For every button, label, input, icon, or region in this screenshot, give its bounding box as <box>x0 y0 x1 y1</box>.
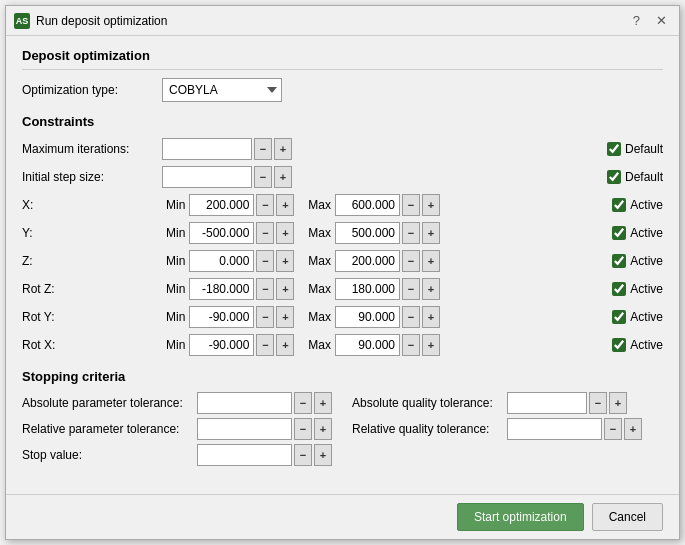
active-label-4: Active <box>630 310 663 324</box>
min-input-2[interactable] <box>189 250 254 272</box>
min-input-group-1: − + <box>189 222 294 244</box>
constraint-row-0: X: Min − + Max − + Active <box>22 193 663 217</box>
max-input-3[interactable] <box>335 278 400 300</box>
min-minus-3[interactable]: − <box>256 278 274 300</box>
min-label-1: Min <box>166 226 185 240</box>
max-plus-2[interactable]: + <box>422 250 440 272</box>
min-plus-2[interactable]: + <box>276 250 294 272</box>
initial-step-input[interactable]: 50 % <box>162 166 252 188</box>
active-label-3: Active <box>630 282 663 296</box>
max-iterations-label: Maximum iterations: <box>22 142 162 156</box>
initial-step-row: Initial step size: 50 % − + Default <box>22 165 663 189</box>
min-plus-5[interactable]: + <box>276 334 294 356</box>
initial-step-plus[interactable]: + <box>274 166 292 188</box>
max-iterations-minus[interactable]: − <box>254 138 272 160</box>
min-plus-3[interactable]: + <box>276 278 294 300</box>
active-checkbox-4[interactable] <box>612 310 626 324</box>
constraint-row-1: Y: Min − + Max − + Active <box>22 221 663 245</box>
abs-param-input[interactable]: 0.001000000 <box>197 392 292 414</box>
rel-quality-input[interactable]: 0.000000000 <box>507 418 602 440</box>
stop-value-input[interactable]: 10.00 <box>197 444 292 466</box>
min-plus-0[interactable]: + <box>276 194 294 216</box>
abs-quality-label: Absolute quality tolerance: <box>352 396 507 410</box>
initial-step-minus[interactable]: − <box>254 166 272 188</box>
optimization-type-row: Optimization type: COBYLA Nelder-Mead Po… <box>22 78 663 102</box>
max-input-0[interactable] <box>335 194 400 216</box>
abs-quality-plus[interactable]: + <box>609 392 627 414</box>
content-area: Deposit optimization Optimization type: … <box>6 36 679 494</box>
min-minus-1[interactable]: − <box>256 222 274 244</box>
active-label-0: Active <box>630 198 663 212</box>
cancel-button[interactable]: Cancel <box>592 503 663 531</box>
max-iterations-row: Maximum iterations: 100 − + Default <box>22 137 663 161</box>
abs-quality-input-group: 0.000000 − + <box>507 392 627 414</box>
min-input-1[interactable] <box>189 222 254 244</box>
rel-param-minus[interactable]: − <box>294 418 312 440</box>
active-group-2: Active <box>612 254 663 268</box>
active-checkbox-5[interactable] <box>612 338 626 352</box>
active-checkbox-2[interactable] <box>612 254 626 268</box>
active-checkbox-3[interactable] <box>612 282 626 296</box>
rel-quality-minus[interactable]: − <box>604 418 622 440</box>
min-label-2: Min <box>166 254 185 268</box>
abs-param-label: Absolute parameter tolerance: <box>22 396 197 410</box>
min-minus-0[interactable]: − <box>256 194 274 216</box>
min-input-group-2: − + <box>189 250 294 272</box>
min-plus-4[interactable]: + <box>276 306 294 328</box>
min-minus-5[interactable]: − <box>256 334 274 356</box>
min-minus-2[interactable]: − <box>256 250 274 272</box>
min-input-group-3: − + <box>189 278 294 300</box>
optimization-type-select[interactable]: COBYLA Nelder-Mead Powell <box>162 78 282 102</box>
min-plus-1[interactable]: + <box>276 222 294 244</box>
max-iterations-default-checkbox[interactable] <box>607 142 621 156</box>
max-plus-5[interactable]: + <box>422 334 440 356</box>
min-minus-4[interactable]: − <box>256 306 274 328</box>
abs-param-plus[interactable]: + <box>314 392 332 414</box>
max-minus-0[interactable]: − <box>402 194 420 216</box>
active-checkbox-0[interactable] <box>612 198 626 212</box>
abs-quality-minus[interactable]: − <box>589 392 607 414</box>
min-input-3[interactable] <box>189 278 254 300</box>
max-iterations-input[interactable]: 100 <box>162 138 252 160</box>
footer: Start optimization Cancel <box>6 494 679 539</box>
abs-quality-input[interactable]: 0.000000 <box>507 392 587 414</box>
help-button[interactable]: ? <box>629 13 644 28</box>
min-input-5[interactable] <box>189 334 254 356</box>
stopping-criteria-title: Stopping criteria <box>22 369 663 384</box>
max-label-3: Max <box>308 282 331 296</box>
max-label-5: Max <box>308 338 331 352</box>
max-input-group-4: − + <box>335 306 440 328</box>
max-minus-2[interactable]: − <box>402 250 420 272</box>
max-plus-0[interactable]: + <box>422 194 440 216</box>
max-plus-3[interactable]: + <box>422 278 440 300</box>
max-input-4[interactable] <box>335 306 400 328</box>
rel-param-plus[interactable]: + <box>314 418 332 440</box>
max-minus-3[interactable]: − <box>402 278 420 300</box>
close-button[interactable]: ✕ <box>652 13 671 28</box>
max-minus-1[interactable]: − <box>402 222 420 244</box>
max-input-group-2: − + <box>335 250 440 272</box>
stop-value-plus[interactable]: + <box>314 444 332 466</box>
max-minus-4[interactable]: − <box>402 306 420 328</box>
abs-param-minus[interactable]: − <box>294 392 312 414</box>
rel-quality-plus[interactable]: + <box>624 418 642 440</box>
max-iterations-plus[interactable]: + <box>274 138 292 160</box>
constraints-title: Constraints <box>22 114 663 129</box>
stop-value-label: Stop value: <box>22 448 197 462</box>
initial-step-default-checkbox[interactable] <box>607 170 621 184</box>
min-label-4: Min <box>166 310 185 324</box>
max-minus-5[interactable]: − <box>402 334 420 356</box>
max-plus-1[interactable]: + <box>422 222 440 244</box>
max-input-1[interactable] <box>335 222 400 244</box>
active-checkbox-1[interactable] <box>612 226 626 240</box>
max-input-5[interactable] <box>335 334 400 356</box>
rel-param-input[interactable]: 0.000001000 <box>197 418 292 440</box>
constraint-label-5: Rot X: <box>22 338 162 352</box>
max-input-2[interactable] <box>335 250 400 272</box>
start-optimization-button[interactable]: Start optimization <box>457 503 584 531</box>
stop-value-minus[interactable]: − <box>294 444 312 466</box>
min-input-4[interactable] <box>189 306 254 328</box>
min-input-0[interactable] <box>189 194 254 216</box>
active-label-5: Active <box>630 338 663 352</box>
max-plus-4[interactable]: + <box>422 306 440 328</box>
